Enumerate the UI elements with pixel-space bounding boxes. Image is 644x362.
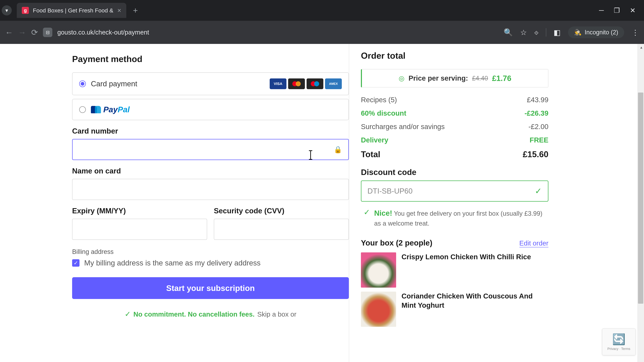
recaptcha-links: Privacy · Terms <box>608 347 630 351</box>
chevron-down-icon: ▾ <box>5 7 8 13</box>
commitment-rest: Skip a box or <box>257 311 296 318</box>
line-total: Total £15.60 <box>361 149 548 159</box>
scroll-up-icon[interactable]: ▴ <box>640 45 642 50</box>
recipe-image <box>361 252 396 288</box>
page-content: Payment method Card payment VISA AMEX Pa… <box>0 44 644 362</box>
paypal-pal-text: Pal <box>118 105 130 114</box>
url-text[interactable]: gousto.co.uk/check-out/payment <box>57 29 498 36</box>
line-value: -£26.39 <box>524 109 548 117</box>
payment-heading: Payment method <box>72 54 349 64</box>
address-bar: ← → ⟳ ⊟ gousto.co.uk/check-out/payment 🔍… <box>0 21 644 44</box>
forward-button[interactable]: → <box>18 28 26 37</box>
radio-paypal[interactable] <box>79 106 86 113</box>
recaptcha-privacy[interactable]: Privacy <box>608 347 618 351</box>
divider <box>546 28 546 36</box>
cvv-label: Security code (CVV) <box>214 207 349 215</box>
recaptcha-badge[interactable]: 🔄 Privacy · Terms <box>602 329 636 355</box>
menu-button[interactable]: ⋮ <box>632 28 639 37</box>
box-header: Your box (2 people) Edit order <box>361 238 548 247</box>
incognito-icon: 🕵 <box>574 29 582 36</box>
scroll-thumb[interactable] <box>638 92 643 304</box>
browser-chrome: ▾ g Food Boxes | Get Fresh Food & × + ─ … <box>0 0 644 44</box>
line-label: 60% discount <box>361 109 406 117</box>
pps-old: £4.40 <box>472 75 488 82</box>
check-icon: ✓ <box>535 186 542 196</box>
discount-code-value: DTI-SB-UP60 <box>368 187 412 195</box>
discount-message: ✓ Nice! You get free delivery on your fi… <box>361 208 548 228</box>
pps-new: £1.76 <box>492 74 511 83</box>
window-controls: ─ ❐ ✕ <box>599 6 642 14</box>
recaptcha-icon: 🔄 <box>612 333 626 346</box>
card-logos: VISA AMEX <box>270 78 342 89</box>
card-option-label: Card payment <box>91 80 137 88</box>
badge-icon: ◎ <box>399 74 404 82</box>
incognito-label: Incognito (2) <box>585 29 618 36</box>
bookmark-icon[interactable]: ☆ <box>520 28 527 37</box>
order-total-heading: Order total <box>361 51 548 61</box>
payment-option-card[interactable]: Card payment VISA AMEX <box>72 72 349 95</box>
discount-code-label: Discount code <box>361 168 548 177</box>
expiry-label: Expiry (MM/YY) <box>72 207 207 215</box>
discount-code-input[interactable]: DTI-SB-UP60 ✓ <box>361 180 548 202</box>
mastercard-icon <box>288 78 305 89</box>
card-number-wrap: 🔒 <box>72 139 349 160</box>
paypal-p-light-icon <box>95 106 101 113</box>
card-number-label: Card number <box>72 127 349 135</box>
payment-option-paypal[interactable]: PayPal <box>72 99 349 120</box>
commitment-bold: No commitment. No cancellation fees. <box>134 311 254 318</box>
extensions-icon[interactable]: ⟐ <box>534 28 538 36</box>
maximize-button[interactable]: ❐ <box>614 6 620 14</box>
back-button[interactable]: ← <box>5 28 13 37</box>
recipe-name: Crispy Lemon Chicken With Chilli Rice <box>402 252 531 262</box>
paypal-logo: PayPal <box>91 105 130 114</box>
commitment-text: ✓ No commitment. No cancellation fees. S… <box>72 310 349 318</box>
nice-msg-text: You get free delivery on your first box … <box>374 210 542 227</box>
zoom-icon[interactable]: 🔍 <box>504 28 513 37</box>
tab-search-button[interactable]: ▾ <box>2 5 12 15</box>
sidepanel-icon[interactable]: ◧ <box>554 28 561 37</box>
tab-bar: ▾ g Food Boxes | Get Fresh Food & × + ─ … <box>0 0 644 21</box>
line-surcharges: Surcharges and/or savings -£2.00 <box>361 123 548 131</box>
paypal-pay-text: Pay <box>103 105 118 114</box>
start-subscription-button[interactable]: Start your subscription <box>72 277 349 299</box>
billing-same-label: My billing address is the same as my del… <box>84 259 260 267</box>
incognito-badge[interactable]: 🕵 Incognito (2) <box>568 26 624 38</box>
card-number-input[interactable] <box>72 139 349 160</box>
pps-label: Price per serving: <box>408 74 468 82</box>
reload-button[interactable]: ⟳ <box>31 28 38 37</box>
site-info-button[interactable]: ⊟ <box>43 28 52 37</box>
recipe-item: Crispy Lemon Chicken With Chilli Rice <box>361 252 548 288</box>
amex-icon: AMEX <box>325 78 342 89</box>
name-on-card-input[interactable] <box>72 179 349 200</box>
billing-address-label: Billing address <box>72 248 349 255</box>
expiry-input[interactable] <box>72 219 207 240</box>
visa-icon: VISA <box>270 78 286 89</box>
nice-bold: Nice! <box>374 209 392 217</box>
close-window-button[interactable]: ✕ <box>630 6 636 14</box>
text-cursor-icon <box>310 150 311 160</box>
name-on-card-label: Name on card <box>72 167 349 175</box>
scrollbar[interactable]: ▴ <box>637 44 644 362</box>
total-value: £15.60 <box>523 149 548 159</box>
line-discount: 60% discount -£26.39 <box>361 109 548 117</box>
line-value: £43.99 <box>527 96 548 104</box>
edit-order-link[interactable]: Edit order <box>520 240 548 247</box>
close-tab-button[interactable]: × <box>117 7 121 14</box>
minimize-button[interactable]: ─ <box>599 6 604 14</box>
radio-card[interactable] <box>79 80 86 87</box>
billing-same-checkbox[interactable]: ✓ <box>72 259 80 267</box>
recaptcha-terms[interactable]: Terms <box>621 347 630 351</box>
line-label: Surcharges and/or savings <box>361 123 445 131</box>
new-tab-button[interactable]: + <box>133 5 138 15</box>
recipe-item: Coriander Chicken With Couscous And Mint… <box>361 292 548 327</box>
favicon-icon: g <box>22 7 29 14</box>
price-per-serving-box: ◎ Price per serving: £4.40 £1.76 <box>361 69 548 87</box>
cvv-input[interactable] <box>214 219 349 240</box>
line-label: Recipes (5) <box>361 96 397 104</box>
browser-tab[interactable]: g Food Boxes | Get Fresh Food & × <box>17 3 126 18</box>
payment-form: Payment method Card payment VISA AMEX Pa… <box>72 44 349 362</box>
billing-same-row[interactable]: ✓ My billing address is the same as my d… <box>72 259 349 267</box>
line-label: Delivery <box>361 136 388 144</box>
lock-icon: 🔒 <box>334 146 342 153</box>
box-title: Your box (2 people) <box>361 238 432 247</box>
